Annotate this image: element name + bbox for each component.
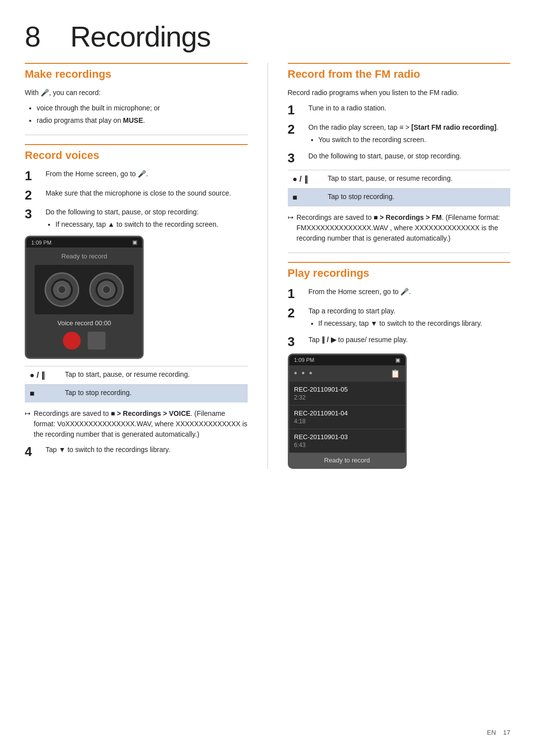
fm-step-2-content: On the radio play screen, tap ≡ > [Start… (309, 122, 511, 146)
play-battery-icon: ▣ (395, 357, 400, 363)
page-footer: EN 17 (487, 729, 510, 736)
fm-step-2-sub: You switch to the recording screen. (309, 135, 511, 145)
bullet-voice: voice through the built in microphone; o… (37, 103, 248, 113)
left-column: Make recordings With 🎤, you can record: … (25, 63, 248, 464)
page-title: 8 Recordings (25, 20, 510, 53)
mic-icon: 🎤 (41, 89, 49, 97)
footer-lang: EN (487, 729, 496, 736)
fm-ctrl-icon-play: ● / ‖ (288, 170, 323, 189)
fm-ctrl-desc-play: Tap to start, pause, or resume recording… (322, 170, 510, 189)
step-3-content: Do the following to start, pause, or sto… (46, 207, 248, 231)
play-step-1: 1 From the Home screen, go to 🎤. (288, 287, 511, 301)
reel-left (45, 272, 79, 307)
chapter-number: 8 (25, 20, 40, 52)
step-num-1: 1 (25, 169, 39, 183)
status-icons-1: ▣ (132, 239, 137, 246)
step-1-content: From the Home screen, go to 🎤. (46, 169, 248, 183)
play-step-num-3: 3 (288, 335, 302, 349)
device-statusbar-1: 1:09 PM ▣ (26, 237, 142, 248)
page-title-text: Recordings (70, 20, 211, 52)
toolbar-dots: • • • (294, 368, 314, 379)
play-status-time: 1:09 PM (294, 357, 315, 363)
divider-1 (25, 135, 248, 135)
play-toolbar: • • • 📋 (289, 365, 405, 382)
footer-page: 17 (503, 729, 510, 736)
mic-icon-2: 🎤 (138, 170, 146, 178)
rec-button-1 (63, 332, 81, 350)
step-num-2: 2 (25, 188, 39, 202)
status-time-1: 1:09 PM (31, 240, 52, 246)
fm-save-note: Recordings are saved to ■ > Recordings >… (288, 212, 511, 244)
play-step-1-content: From the Home screen, go to 🎤. (309, 287, 511, 301)
controls-table-fm: ● / ‖ Tap to start, pause, or resume rec… (288, 170, 511, 206)
device-screenshot-voice: 1:09 PM ▣ Ready to record Voice record 0… (25, 236, 144, 359)
play-step-2-sub: If necessary, tap ▼ to switch to the rec… (309, 318, 511, 329)
play-step-3: 3 Tap ‖ / ▶ to pause/ resume play. (288, 335, 511, 349)
step-2: 2 Make sure that the microphone is close… (25, 188, 248, 202)
column-divider (268, 63, 268, 469)
fm-ctrl-icon-stop: ■ (288, 189, 323, 207)
play-step-num-2: 2 (288, 306, 302, 330)
ctrl-icon-play: ● / ‖ (25, 366, 60, 385)
step-3-sub-1: If necessary, tap ▲ to switch to the rec… (55, 219, 248, 230)
device-label-bottom-1: Voice record 00:00 (57, 319, 111, 327)
fm-intro: Record radio programs when you listen to… (288, 88, 511, 98)
step-4-content: Tap ▼ to switch to the recordings librar… (46, 445, 248, 459)
fm-step-num-3: 3 (288, 151, 302, 165)
reel-right (89, 272, 124, 307)
ctrl-desc-play: Tap to start, pause, or resume recording… (60, 366, 248, 385)
device-label-top-1: Ready to record (61, 252, 107, 260)
stop-button-1 (88, 332, 106, 350)
fm-step-num-1: 1 (288, 103, 302, 117)
play-step-num-1: 1 (288, 287, 302, 301)
play-step-2-content: Tap a recording to start play. If necess… (309, 306, 511, 330)
rec-duration-3: 6:43 (294, 442, 400, 449)
ctrl-row-stop: ■ Tap to stop recording. (25, 385, 248, 403)
ctrl-icon-stop: ■ (25, 385, 60, 403)
fm-step-3: 3 Do the following to start, pause, or s… (288, 151, 511, 165)
fm-step-num-2: 2 (288, 122, 302, 146)
fm-step-2-sub-1: You switch to the recording screen. (319, 135, 511, 145)
bullet-radio: radio programs that play on MUSE. (37, 115, 248, 126)
step-3: 3 Do the following to start, pause, or s… (25, 207, 248, 231)
intro-paragraph: With 🎤, you can record: (25, 88, 248, 98)
fm-step-2: 2 On the radio play screen, tap ≡ > [Sta… (288, 122, 511, 146)
fm-ctrl-row-stop: ■ Tap to stop recording. (288, 189, 511, 207)
play-step-2: 2 Tap a recording to start play. If nece… (288, 306, 511, 330)
step-num-4: 4 (25, 445, 39, 459)
device-reels (35, 265, 134, 314)
ctrl-row-play-pause: ● / ‖ Tap to start, pause, or resume rec… (25, 366, 248, 385)
device-screenshot-play: 1:09 PM ▣ • • • 📋 REC-20110901-05 2:32 R… (288, 353, 407, 469)
list-item-1[interactable]: REC-20110901-05 2:32 (289, 382, 405, 405)
fm-ctrl-desc-stop: Tap to stop recording. (322, 189, 510, 207)
fm-step-1-content: Tune in to a radio station. (309, 103, 511, 117)
step-4-list: 4 Tap ▼ to switch to the recordings libr… (25, 445, 248, 459)
section-make-recordings: Make recordings (25, 63, 248, 81)
device-controls-1 (63, 332, 106, 350)
ctrl-desc-stop: Tap to stop recording. (60, 385, 248, 403)
list-item-3[interactable]: REC-20110901-03 6:43 (289, 429, 405, 453)
section-play-recordings: Play recordings (288, 262, 511, 280)
rec-duration-2: 4:18 (294, 418, 400, 425)
step-1: 1 From the Home screen, go to 🎤. (25, 169, 248, 183)
step-2-content: Make sure that the microphone is close t… (46, 188, 248, 202)
rec-name-3: REC-20110901-03 (294, 433, 400, 441)
rec-name-2: REC-20110901-04 (294, 409, 400, 417)
rec-duration-1: 2:32 (294, 394, 400, 401)
mic-icon-3: 🎤 (400, 288, 409, 296)
section-record-voices: Record voices (25, 144, 248, 162)
controls-table-voice: ● / ‖ Tap to start, pause, or resume rec… (25, 366, 248, 403)
voice-save-note: Recordings are saved to ■ > Recordings >… (25, 408, 248, 440)
play-statusbar: 1:09 PM ▣ (289, 355, 405, 365)
intro-bullets: voice through the built in microphone; o… (25, 103, 248, 126)
right-column: Record from the FM radio Record radio pr… (288, 63, 511, 469)
battery-icon-1: ▣ (132, 239, 137, 246)
fm-step-1: 1 Tune in to a radio station. (288, 103, 511, 117)
page-header: 8 Recordings (25, 20, 510, 53)
fm-step-3-content: Do the following to start, pause, or sto… (309, 151, 511, 165)
list-item-2[interactable]: REC-20110901-04 4:18 (289, 405, 405, 429)
play-ready-label: Ready to record (289, 453, 405, 467)
step-4: 4 Tap ▼ to switch to the recordings libr… (25, 445, 248, 459)
play-step-2-sub-1: If necessary, tap ▼ to switch to the rec… (319, 318, 511, 329)
fm-ctrl-row-play: ● / ‖ Tap to start, pause, or resume rec… (288, 170, 511, 189)
